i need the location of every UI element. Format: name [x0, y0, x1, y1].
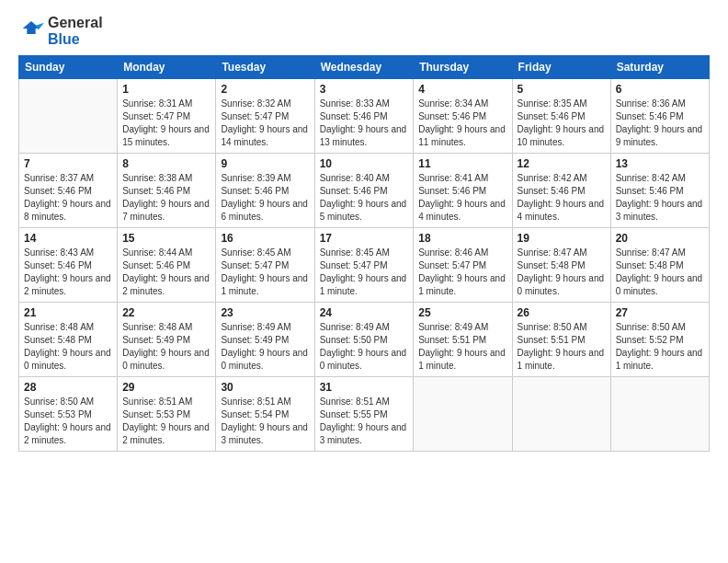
day-info: Sunrise: 8:50 AMSunset: 5:53 PMDaylight:…	[24, 396, 112, 447]
day-info: Sunrise: 8:48 AMSunset: 5:49 PMDaylight:…	[122, 321, 210, 373]
calendar-cell: 3Sunrise: 8:33 AMSunset: 5:46 PMDaylight…	[314, 79, 414, 154]
calendar-header-row: SundayMondayTuesdayWednesdayThursdayFrid…	[19, 56, 710, 79]
calendar-week-row: 21Sunrise: 8:48 AMSunset: 5:48 PMDayligh…	[19, 303, 710, 377]
calendar-cell: 1Sunrise: 8:31 AMSunset: 5:47 PMDaylight…	[118, 79, 216, 154]
day-number: 11	[418, 157, 506, 170]
day-number: 23	[221, 306, 309, 319]
calendar-cell: 8Sunrise: 8:38 AMSunset: 5:46 PMDaylight…	[118, 154, 216, 228]
col-header-thursday: Thursday	[414, 56, 512, 79]
day-number: 4	[418, 83, 506, 96]
day-info: Sunrise: 8:33 AMSunset: 5:46 PMDaylight:…	[320, 98, 409, 149]
col-header-saturday: Saturday	[610, 56, 709, 79]
calendar-cell: 25Sunrise: 8:49 AMSunset: 5:51 PMDayligh…	[414, 303, 512, 377]
day-info: Sunrise: 8:49 AMSunset: 5:51 PMDaylight:…	[418, 321, 506, 373]
calendar-cell: 24Sunrise: 8:49 AMSunset: 5:50 PMDayligh…	[314, 303, 414, 377]
calendar-cell: 5Sunrise: 8:35 AMSunset: 5:46 PMDaylight…	[512, 79, 610, 154]
logo: General Blue	[18, 15, 103, 48]
day-number: 30	[221, 381, 309, 394]
day-number: 29	[122, 381, 210, 394]
day-info: Sunrise: 8:51 AMSunset: 5:54 PMDaylight:…	[221, 396, 309, 447]
day-number: 26	[518, 306, 606, 319]
calendar-cell: 23Sunrise: 8:49 AMSunset: 5:49 PMDayligh…	[216, 303, 314, 377]
day-number: 15	[122, 232, 210, 245]
day-info: Sunrise: 8:37 AMSunset: 5:46 PMDaylight:…	[24, 172, 112, 224]
calendar-cell: 22Sunrise: 8:48 AMSunset: 5:49 PMDayligh…	[118, 303, 216, 377]
calendar-cell: 9Sunrise: 8:39 AMSunset: 5:46 PMDaylight…	[216, 154, 314, 228]
calendar-cell: 6Sunrise: 8:36 AMSunset: 5:46 PMDaylight…	[610, 79, 709, 154]
day-number: 22	[122, 306, 210, 319]
day-info: Sunrise: 8:44 AMSunset: 5:46 PMDaylight:…	[122, 247, 210, 298]
day-info: Sunrise: 8:31 AMSunset: 5:47 PMDaylight:…	[122, 98, 210, 149]
day-number: 3	[320, 83, 409, 96]
day-number: 10	[320, 157, 409, 170]
day-number: 8	[122, 157, 210, 170]
calendar-week-row: 7Sunrise: 8:37 AMSunset: 5:46 PMDaylight…	[19, 154, 710, 228]
calendar-cell: 18Sunrise: 8:46 AMSunset: 5:47 PMDayligh…	[414, 228, 512, 303]
calendar-cell: 15Sunrise: 8:44 AMSunset: 5:46 PMDayligh…	[118, 228, 216, 303]
day-info: Sunrise: 8:50 AMSunset: 5:52 PMDaylight:…	[616, 321, 704, 373]
day-number: 5	[518, 83, 606, 96]
calendar-cell: 13Sunrise: 8:42 AMSunset: 5:46 PMDayligh…	[610, 154, 709, 228]
calendar-cell: 31Sunrise: 8:51 AMSunset: 5:55 PMDayligh…	[314, 377, 414, 452]
day-number: 24	[320, 306, 409, 319]
day-number: 20	[616, 232, 704, 245]
calendar-cell: 7Sunrise: 8:37 AMSunset: 5:46 PMDaylight…	[19, 154, 118, 228]
day-info: Sunrise: 8:42 AMSunset: 5:46 PMDaylight:…	[616, 172, 704, 224]
day-info: Sunrise: 8:46 AMSunset: 5:47 PMDaylight:…	[418, 247, 506, 298]
day-number: 16	[221, 232, 309, 245]
day-number: 13	[616, 157, 704, 170]
day-number: 2	[221, 83, 309, 96]
day-number: 25	[418, 306, 506, 319]
page: General Blue SundayMondayTuesdayWednesda…	[0, 0, 728, 563]
calendar-cell: 29Sunrise: 8:51 AMSunset: 5:53 PMDayligh…	[118, 377, 216, 452]
calendar-cell: 21Sunrise: 8:48 AMSunset: 5:48 PMDayligh…	[19, 303, 118, 377]
calendar-cell: 28Sunrise: 8:50 AMSunset: 5:53 PMDayligh…	[19, 377, 118, 452]
day-info: Sunrise: 8:39 AMSunset: 5:46 PMDaylight:…	[221, 172, 309, 224]
day-info: Sunrise: 8:49 AMSunset: 5:49 PMDaylight:…	[221, 321, 309, 373]
calendar-cell	[414, 377, 512, 452]
day-info: Sunrise: 8:48 AMSunset: 5:48 PMDaylight:…	[24, 321, 112, 373]
day-number: 14	[24, 232, 112, 245]
col-header-sunday: Sunday	[19, 56, 118, 79]
day-number: 21	[24, 306, 112, 319]
calendar-cell: 4Sunrise: 8:34 AMSunset: 5:46 PMDaylight…	[414, 79, 512, 154]
day-info: Sunrise: 8:40 AMSunset: 5:46 PMDaylight:…	[320, 172, 409, 224]
day-info: Sunrise: 8:45 AMSunset: 5:47 PMDaylight:…	[221, 247, 309, 298]
day-number: 19	[518, 232, 606, 245]
svg-marker-1	[36, 23, 44, 30]
day-number: 6	[616, 83, 704, 96]
calendar-cell: 26Sunrise: 8:50 AMSunset: 5:51 PMDayligh…	[512, 303, 610, 377]
day-info: Sunrise: 8:47 AMSunset: 5:48 PMDaylight:…	[616, 247, 704, 298]
col-header-friday: Friday	[512, 56, 610, 79]
calendar-cell: 11Sunrise: 8:41 AMSunset: 5:46 PMDayligh…	[414, 154, 512, 228]
calendar-cell: 19Sunrise: 8:47 AMSunset: 5:48 PMDayligh…	[512, 228, 610, 303]
day-info: Sunrise: 8:42 AMSunset: 5:46 PMDaylight:…	[518, 172, 606, 224]
day-info: Sunrise: 8:51 AMSunset: 5:53 PMDaylight:…	[122, 396, 210, 447]
day-info: Sunrise: 8:49 AMSunset: 5:50 PMDaylight:…	[320, 321, 409, 373]
day-info: Sunrise: 8:38 AMSunset: 5:46 PMDaylight:…	[122, 172, 210, 224]
calendar-cell: 17Sunrise: 8:45 AMSunset: 5:47 PMDayligh…	[314, 228, 414, 303]
day-number: 17	[320, 232, 409, 245]
calendar-cell: 16Sunrise: 8:45 AMSunset: 5:47 PMDayligh…	[216, 228, 314, 303]
day-info: Sunrise: 8:47 AMSunset: 5:48 PMDaylight:…	[518, 247, 606, 298]
day-number: 9	[221, 157, 309, 170]
calendar-cell: 27Sunrise: 8:50 AMSunset: 5:52 PMDayligh…	[610, 303, 709, 377]
day-info: Sunrise: 8:32 AMSunset: 5:47 PMDaylight:…	[221, 98, 309, 149]
logo-icon	[18, 18, 44, 44]
day-info: Sunrise: 8:43 AMSunset: 5:46 PMDaylight:…	[24, 247, 112, 298]
day-info: Sunrise: 8:35 AMSunset: 5:46 PMDaylight:…	[518, 98, 606, 149]
col-header-tuesday: Tuesday	[216, 56, 314, 79]
day-info: Sunrise: 8:51 AMSunset: 5:55 PMDaylight:…	[320, 396, 409, 447]
calendar-cell: 30Sunrise: 8:51 AMSunset: 5:54 PMDayligh…	[216, 377, 314, 452]
calendar-cell: 12Sunrise: 8:42 AMSunset: 5:46 PMDayligh…	[512, 154, 610, 228]
calendar-table: SundayMondayTuesdayWednesdayThursdayFrid…	[18, 55, 710, 452]
calendar-week-row: 28Sunrise: 8:50 AMSunset: 5:53 PMDayligh…	[19, 377, 710, 452]
calendar-cell	[512, 377, 610, 452]
day-number: 28	[24, 381, 112, 394]
calendar-cell: 20Sunrise: 8:47 AMSunset: 5:48 PMDayligh…	[610, 228, 709, 303]
calendar-cell: 10Sunrise: 8:40 AMSunset: 5:46 PMDayligh…	[314, 154, 414, 228]
col-header-monday: Monday	[118, 56, 216, 79]
calendar-cell: 14Sunrise: 8:43 AMSunset: 5:46 PMDayligh…	[19, 228, 118, 303]
calendar-week-row: 14Sunrise: 8:43 AMSunset: 5:46 PMDayligh…	[19, 228, 710, 303]
calendar-cell	[19, 79, 118, 154]
